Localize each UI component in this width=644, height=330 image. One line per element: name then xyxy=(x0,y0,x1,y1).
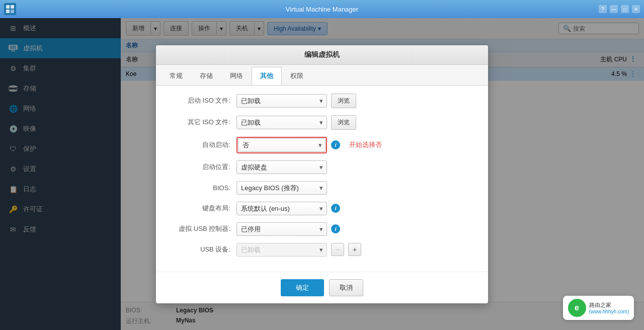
dialog-footer: 确定 取消 xyxy=(156,272,488,303)
svg-rect-3 xyxy=(11,10,14,13)
other-iso-control: 已卸载 浏览 xyxy=(236,115,478,130)
usb-device-select-wrapper: 已卸载 xyxy=(236,243,327,257)
app-title: Virtual Machine Manager xyxy=(286,6,358,13)
auto-start-select[interactable]: 否 xyxy=(238,138,326,152)
tab-general[interactable]: 常规 xyxy=(161,67,191,85)
bios-control: Legacy BIOS (推荐) xyxy=(236,181,478,195)
tab-storage[interactable]: 存储 xyxy=(191,67,221,85)
boot-iso-select[interactable]: 已卸载 xyxy=(236,94,327,108)
bios-select-wrapper: Legacy BIOS (推荐) xyxy=(236,181,327,195)
close-button[interactable]: ✕ xyxy=(632,5,640,13)
watermark-name: 路由之家 xyxy=(589,301,629,309)
other-iso-browse-button[interactable]: 浏览 xyxy=(331,115,356,130)
title-bar: Virtual Machine Manager ? — □ ✕ xyxy=(0,0,644,18)
other-iso-label: 其它 ISO 文件: xyxy=(166,118,236,127)
watermark-url: (www.hhhyh.com) xyxy=(589,309,629,314)
usb-controller-select[interactable]: 已停用 xyxy=(236,222,327,236)
tab-permissions[interactable]: 权限 xyxy=(282,67,312,85)
usb-remove-button[interactable]: − xyxy=(331,243,344,256)
keyboard-label: 键盘布局: xyxy=(166,204,236,213)
dialog-overlay: 编辑虚拟机 常规 存储 网络 其他 权限 启动 ISO 文件: 已卸载 浏览 xyxy=(0,18,644,330)
boot-iso-select-wrapper: 已卸载 xyxy=(236,94,327,108)
bios-form-label: BIOS: xyxy=(166,184,236,192)
dialog-tabs: 常规 存储 网络 其他 权限 xyxy=(156,65,488,86)
usb-controller-select-wrapper: 已停用 xyxy=(236,222,327,236)
boot-location-control: 虚拟硬盘 xyxy=(236,160,478,174)
window-controls: ? — □ ✕ xyxy=(599,5,640,13)
edit-vm-dialog: 编辑虚拟机 常规 存储 网络 其他 权限 启动 ISO 文件: 已卸载 浏览 xyxy=(156,45,488,303)
keyboard-select[interactable]: 系统默认 (en-us) xyxy=(236,202,327,215)
form-row-usb-controller: 虚拟 USB 控制器: 已停用 i xyxy=(166,222,478,236)
boot-location-select-wrapper: 虚拟硬盘 xyxy=(236,160,327,174)
minimize-button[interactable]: — xyxy=(610,5,618,13)
dialog-body: 启动 ISO 文件: 已卸载 浏览 其它 ISO 文件: 已卸载 xyxy=(156,86,488,272)
usb-add-button[interactable]: + xyxy=(348,243,361,256)
auto-start-select-wrapper: 否 xyxy=(236,137,327,153)
boot-location-label: 启动位置: xyxy=(166,162,236,172)
svg-rect-1 xyxy=(11,5,14,9)
auto-start-info-icon[interactable]: i xyxy=(331,140,340,149)
watermark-text-block: 路由之家 (www.hhhyh.com) xyxy=(589,301,629,314)
watermark: e 路由之家 (www.hhhyh.com) xyxy=(563,296,634,320)
boot-iso-label: 启动 ISO 文件: xyxy=(166,96,236,105)
boot-location-select[interactable]: 虚拟硬盘 xyxy=(236,160,327,174)
cancel-button[interactable]: 取消 xyxy=(329,279,363,296)
usb-device-select[interactable]: 已卸载 xyxy=(236,243,327,257)
keyboard-select-wrapper: 系统默认 (en-us) xyxy=(236,202,327,215)
bios-select[interactable]: Legacy BIOS (推荐) xyxy=(236,181,327,195)
dialog-title: 编辑虚拟机 xyxy=(156,45,488,65)
keyboard-control: 系统默认 (en-us) i xyxy=(236,202,478,215)
boot-iso-control: 已卸载 浏览 xyxy=(236,94,478,108)
form-row-usb-device: USB 设备: 已卸载 − + xyxy=(166,243,478,257)
usb-controller-info-icon[interactable]: i xyxy=(331,224,340,233)
ok-button[interactable]: 确定 xyxy=(281,279,324,296)
auto-start-annotation: 开始选择否 xyxy=(349,140,382,149)
usb-controller-label: 虚拟 USB 控制器: xyxy=(166,224,236,233)
usb-device-label: USB 设备: xyxy=(166,245,236,254)
form-row-boot-location: 启动位置: 虚拟硬盘 xyxy=(166,160,478,174)
svg-rect-2 xyxy=(6,10,10,13)
usb-device-control: 已卸载 − + xyxy=(236,243,478,257)
other-iso-select-wrapper: 已卸载 xyxy=(236,116,327,129)
help-button[interactable]: ? xyxy=(599,5,607,13)
other-iso-select[interactable]: 已卸载 xyxy=(236,116,327,129)
tab-other[interactable]: 其他 xyxy=(252,67,282,85)
usb-controller-control: 已停用 i xyxy=(236,222,478,236)
form-row-auto-start: 自动启动: 否 i 开始选择否 xyxy=(166,137,478,153)
svg-rect-0 xyxy=(6,5,10,9)
maximize-button[interactable]: □ xyxy=(621,5,629,13)
form-row-bios: BIOS: Legacy BIOS (推荐) xyxy=(166,181,478,195)
form-row-boot-iso: 启动 ISO 文件: 已卸载 浏览 xyxy=(166,94,478,108)
app-logo xyxy=(4,3,16,15)
form-row-other-iso: 其它 ISO 文件: 已卸载 浏览 xyxy=(166,115,478,130)
watermark-logo: e xyxy=(568,299,586,317)
boot-iso-browse-button[interactable]: 浏览 xyxy=(331,94,356,108)
tab-network[interactable]: 网络 xyxy=(221,67,252,85)
auto-start-control: 否 i 开始选择否 xyxy=(236,137,478,153)
form-row-keyboard: 键盘布局: 系统默认 (en-us) i xyxy=(166,202,478,215)
keyboard-info-icon[interactable]: i xyxy=(331,204,340,213)
auto-start-label: 自动启动: xyxy=(166,140,236,149)
